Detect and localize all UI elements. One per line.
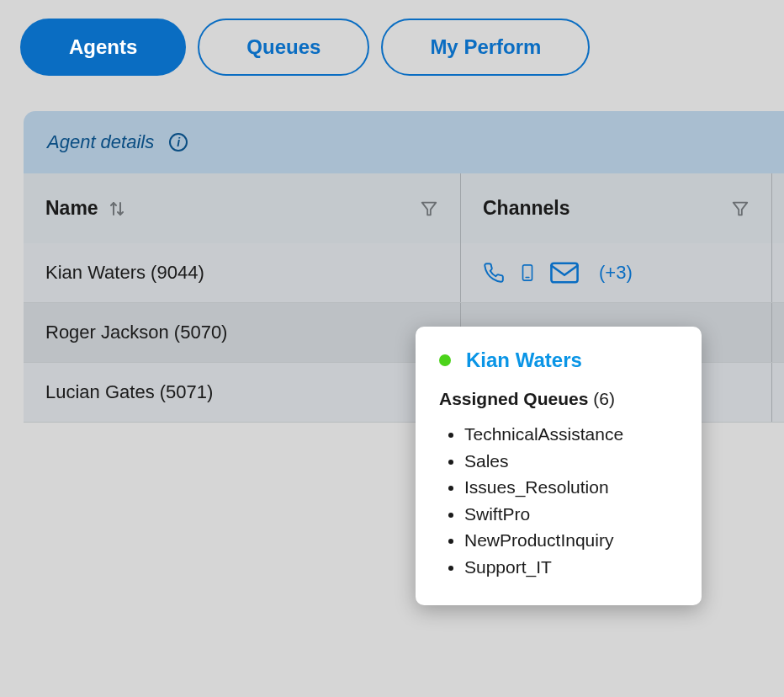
svg-marker-0 — [422, 202, 437, 215]
svg-marker-1 — [734, 202, 748, 215]
filter-icon[interactable] — [420, 200, 438, 218]
queue-item: SwiftPro — [464, 501, 678, 528]
agent-name-cell: Kian Waters (9044) — [24, 243, 461, 302]
mail-icon[interactable] — [550, 262, 579, 284]
queue-item: TechnicalAssistance — [464, 421, 678, 448]
info-icon[interactable]: i — [169, 133, 188, 152]
column-label-name: Name — [45, 197, 98, 220]
more-channels-count[interactable]: (+3) — [599, 262, 633, 284]
column-header-channels[interactable]: Channels — [461, 173, 772, 243]
table-header: Name Channels — [24, 173, 784, 243]
column-label-channels: Channels — [483, 197, 570, 220]
assigned-queues-count: (6) — [593, 389, 615, 408]
popover-header: Kian Waters — [439, 348, 678, 372]
sort-icon[interactable] — [109, 200, 125, 218]
popover-agent-name[interactable]: Kian Waters — [466, 348, 582, 372]
queue-item: Issues_Resolution — [464, 474, 678, 501]
section-title: Agent details — [47, 131, 154, 153]
svg-rect-4 — [551, 263, 577, 283]
assigned-queues-label: Assigned Queues — [439, 389, 588, 408]
tab-queues[interactable]: Queues — [198, 19, 369, 76]
phone-icon[interactable] — [483, 262, 505, 284]
tab-my-performance[interactable]: My Perform — [381, 19, 590, 76]
view-tabs: Agents Queues My Perform — [0, 0, 784, 76]
agent-name-cell: Lucian Gates (5071) — [24, 363, 461, 422]
svg-rect-2 — [523, 265, 532, 280]
status-online-icon — [439, 354, 451, 366]
section-header: Agent details i — [24, 111, 784, 173]
agent-queues-popover: Kian Waters Assigned Queues (6) Technica… — [416, 327, 702, 605]
queue-item: Sales — [464, 448, 678, 475]
queue-list: TechnicalAssistance Sales Issues_Resolut… — [439, 421, 678, 580]
tab-agents[interactable]: Agents — [20, 19, 186, 76]
channels-cell: (+3) — [461, 243, 772, 302]
table-row[interactable]: Kian Waters (9044) — [24, 243, 784, 303]
queue-item: Support_IT — [464, 554, 678, 581]
filter-icon[interactable] — [731, 200, 750, 218]
popover-subhead: Assigned Queues (6) — [439, 389, 678, 409]
column-header-name[interactable]: Name — [24, 173, 461, 243]
agent-name-cell: Roger Jackson (5070) — [24, 303, 461, 362]
mobile-icon[interactable] — [518, 261, 537, 285]
queue-item: NewProductInquiry — [464, 527, 678, 554]
